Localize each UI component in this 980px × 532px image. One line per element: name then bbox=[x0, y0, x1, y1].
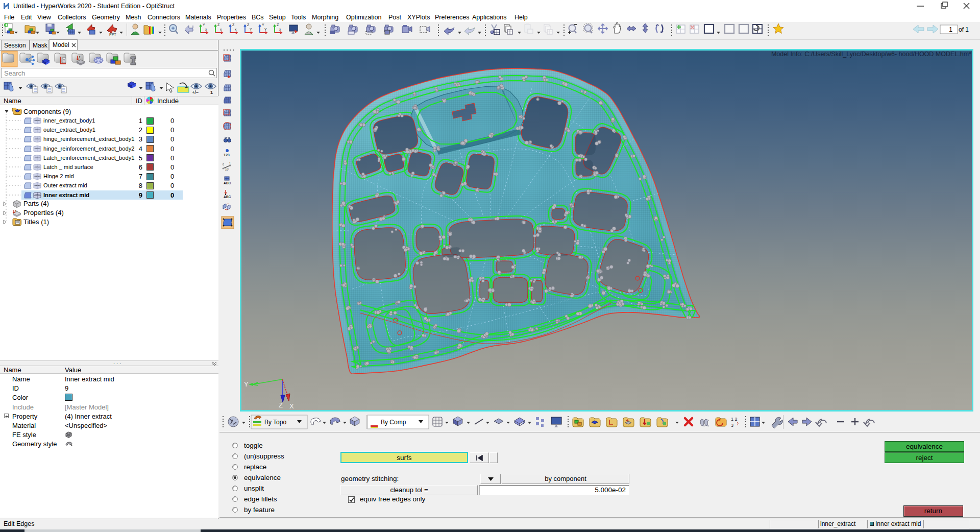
svg-text:of 1: of 1 bbox=[959, 26, 969, 33]
svg-text:Y: Y bbox=[262, 23, 264, 27]
svg-text:By Comp: By Comp bbox=[381, 419, 406, 426]
svg-text:x: x bbox=[235, 28, 237, 31]
svg-text:Y: Y bbox=[264, 28, 267, 31]
svg-text:x: x bbox=[205, 28, 207, 31]
svg-text:Z: Z bbox=[232, 23, 235, 27]
svg-text:+/−: +/− bbox=[192, 90, 199, 95]
svg-text:Z: Z bbox=[279, 401, 283, 409]
svg-text:Z: Z bbox=[217, 23, 220, 27]
svg-text:1: 1 bbox=[949, 26, 952, 33]
svg-text:Y: Y bbox=[244, 380, 249, 388]
svg-text:ABC: ABC bbox=[224, 195, 231, 199]
svg-text:1: 1 bbox=[210, 90, 213, 95]
svg-text:X: X bbox=[289, 402, 294, 410]
svg-text:PPT: PPT bbox=[109, 33, 116, 36]
svg-text:Y: Y bbox=[203, 23, 205, 27]
svg-text:Z: Z bbox=[277, 23, 279, 27]
svg-text:x: x bbox=[279, 28, 281, 31]
svg-text:x: x bbox=[220, 28, 222, 31]
svg-text:Z: Z bbox=[247, 23, 250, 27]
svg-text:t: t bbox=[15, 209, 16, 213]
svg-text:1 2: 1 2 bbox=[731, 417, 738, 422]
svg-text:123: 123 bbox=[224, 153, 230, 157]
svg-text:10°: 10° bbox=[225, 168, 229, 171]
svg-text:i: i bbox=[226, 149, 226, 152]
svg-text:ABC: ABC bbox=[224, 181, 231, 185]
svg-text:By Topo: By Topo bbox=[264, 419, 286, 426]
svg-text:1: 1 bbox=[229, 162, 231, 165]
svg-text:3: 3 bbox=[731, 423, 733, 428]
svg-text:0: 0 bbox=[223, 163, 224, 166]
svg-text:Y: Y bbox=[250, 28, 252, 31]
